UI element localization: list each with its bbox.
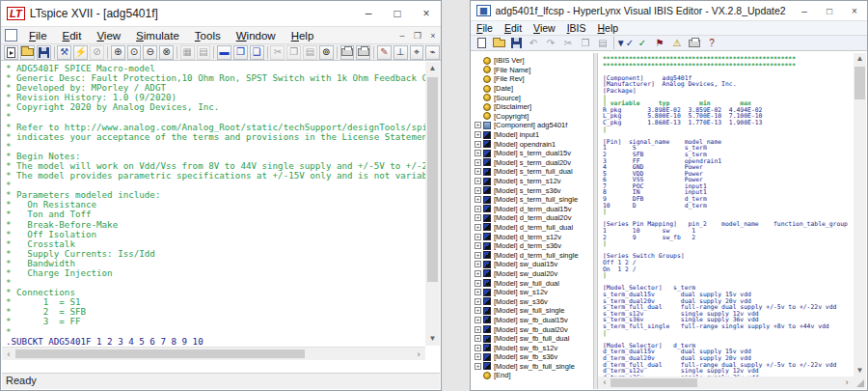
scroll-right-icon[interactable]: › — [840, 377, 854, 389]
toolbar-button[interactable]: ✓ — [635, 36, 650, 50]
ibis-titlebar[interactable]: ▦ adg5401f_lfcsp - HyperLynx Visual IBIS… — [471, 1, 867, 20]
toolbar-button[interactable]: ▼✓ — [617, 36, 633, 50]
tree-expander-icon[interactable]: + — [475, 122, 481, 128]
toolbar-button[interactable]: ✎ — [377, 45, 392, 60]
toolbar-button[interactable]: ? — [704, 36, 719, 50]
scroll-left-icon[interactable]: ‹ — [2, 348, 15, 361]
toolbar-button[interactable]: ⊗ — [159, 45, 174, 60]
ibis-document[interactable]: ****************************************… — [598, 53, 854, 377]
tree-item[interactable]: + [Disclaimer] — [475, 102, 593, 112]
toolbar-button[interactable] — [356, 45, 370, 60]
toolbar-button[interactable]: ▦ — [180, 45, 195, 60]
toolbar-button[interactable]: ✂ — [270, 45, 285, 60]
tree-expander-icon[interactable]: + — [475, 261, 481, 267]
menu-item[interactable]: Window — [229, 30, 284, 42]
mdi-minimize-button[interactable]: – — [394, 31, 410, 41]
scrollbar-thumb[interactable] — [15, 349, 305, 358]
toolbar-button[interactable]: ⌖ — [410, 45, 424, 60]
tree-expander-icon[interactable]: + — [475, 234, 481, 240]
tree-item[interactable]: + [Model] sw_fb_dual20v — [475, 324, 593, 334]
tree-item[interactable]: + [Model] s_term_full_single — [475, 195, 593, 205]
menu-item[interactable]: IBIS — [561, 22, 592, 34]
toolbar-button[interactable] — [474, 36, 489, 50]
tree-item[interactable]: + [Model] sw_fb_full_dual — [475, 334, 593, 344]
tree-item[interactable]: + [Model] sw_dual20v — [475, 269, 593, 279]
tree-expander-icon[interactable]: + — [475, 363, 481, 370]
tree-expander-icon[interactable]: + — [475, 224, 481, 231]
tree-expander-icon[interactable]: + — [475, 141, 481, 148]
scroll-left-icon[interactable]: ‹ — [598, 377, 611, 389]
tree-expander-icon[interactable]: + — [475, 168, 481, 175]
menu-item[interactable]: Edit — [55, 30, 90, 42]
tree-expander-icon[interactable]: + — [475, 317, 481, 323]
toolbar-button[interactable]: ⚠ — [669, 36, 685, 50]
tree-expander-icon[interactable]: + — [475, 298, 481, 305]
toolbar-button[interactable] — [687, 36, 702, 50]
tree-item[interactable]: + [Model] sw_full_dual — [475, 278, 593, 288]
toolbar-button[interactable]: ⊕ — [111, 45, 125, 60]
tree-item[interactable]: + [Model] s_term_s36v — [475, 185, 593, 195]
toolbar-button[interactable]: ⚒ — [57, 45, 71, 60]
tree-item[interactable]: + [Model] opendrain1 — [475, 139, 593, 149]
tree-item[interactable]: + [Model] d_term_s36v — [475, 241, 593, 251]
toolbar-button[interactable]: ✂ — [560, 36, 576, 50]
tree-item[interactable]: + [Model] sw_fb_s36v — [475, 352, 593, 362]
close-button[interactable]: × — [842, 1, 867, 20]
toolbar-button[interactable] — [508, 36, 524, 50]
tree-item[interactable]: + [Date] — [475, 84, 593, 94]
toolbar-button[interactable]: ↶ — [526, 36, 541, 50]
tree-expander-icon[interactable]: + — [475, 242, 481, 249]
toolbar-button[interactable] — [491, 36, 506, 50]
tree-expander-icon[interactable]: + — [475, 289, 481, 295]
scroll-up-icon[interactable]: ▲ — [425, 62, 440, 75]
tree-expander-icon[interactable]: + — [475, 187, 481, 194]
tree-item[interactable]: + [Model] d_term_s12v — [475, 232, 593, 241]
toolbar-button[interactable]: ⊚ — [319, 45, 334, 60]
tree-item[interactable]: + [Model] d_term_dual15v — [475, 205, 593, 214]
menu-item[interactable]: Help — [592, 22, 625, 34]
tree-item[interactable]: + [File Rev] — [475, 74, 593, 84]
tree-item[interactable]: + [Model] d_term_full_single — [475, 250, 593, 260]
tree-item[interactable]: + [End] — [475, 371, 593, 380]
scrollbar-thumb[interactable] — [427, 77, 438, 282]
toolbar-button[interactable]: ▤ — [197, 45, 211, 60]
toolbar-button[interactable]: ⚡ — [73, 45, 88, 60]
toolbar-button[interactable] — [4, 45, 18, 60]
mdi-restore-button[interactable]: ❐ — [410, 31, 425, 41]
tree-item[interactable]: + [Model] input1 — [475, 130, 593, 140]
ibis-tree-panel[interactable]: + [IBIS Ver] + [File Name] + [File Rev] … — [472, 53, 593, 389]
tree-item[interactable]: + [IBIS Ver] — [475, 56, 593, 66]
tree-item[interactable]: + [Source] — [475, 93, 593, 102]
toolbar-button[interactable] — [340, 45, 355, 60]
ltspice-titlebar[interactable]: LT LTspice XVII - [adg5401f] – □ × — [1, 1, 441, 26]
maximize-button[interactable]: □ — [817, 1, 842, 20]
tree-expander-icon[interactable]: + — [475, 159, 481, 166]
tree-expander-icon[interactable]: + — [475, 196, 481, 203]
netlist-editor[interactable]: * ADG5401F SPICE Macro-model* Generic De… — [2, 62, 425, 346]
toolbar-button[interactable]: ❐ — [578, 36, 593, 50]
menu-item[interactable]: Simulate — [128, 30, 187, 42]
tree-item[interactable]: + [Model] sw_dual15v — [475, 260, 593, 269]
toolbar-button[interactable]: ⊙ — [127, 45, 142, 60]
tree-item[interactable]: + [Model] s_term_dual20v — [475, 158, 593, 168]
scroll-down-icon[interactable]: ▼ — [854, 365, 866, 377]
scrollbar-thumb[interactable] — [610, 378, 697, 387]
scrollbar-thumb[interactable] — [854, 67, 865, 99]
tree-item[interactable]: + [Model] s_term_full_dual — [475, 167, 593, 177]
tree-item[interactable]: + [Model] s_term_dual15v — [475, 149, 593, 158]
document-vertical-scrollbar[interactable]: ▲ ▼ — [854, 53, 866, 377]
tree-item[interactable]: + [Model] s_term_s12v — [475, 177, 593, 186]
toolbar-button[interactable]: ⊘ — [90, 45, 104, 60]
toolbar-button[interactable]: ❑ — [250, 45, 264, 60]
tree-item[interactable]: + [Model] sw_full_single — [475, 306, 593, 316]
tree-expander-icon[interactable]: + — [475, 353, 481, 360]
toolbar-button[interactable]: ❐ — [286, 45, 301, 60]
scroll-down-icon[interactable]: ▼ — [425, 332, 440, 346]
tree-expander-icon[interactable]: + — [475, 252, 481, 259]
tree-expander-icon[interactable]: + — [475, 280, 481, 287]
minimize-button[interactable]: – — [354, 1, 383, 26]
tree-expander-icon[interactable]: + — [475, 206, 481, 212]
tree-expander-icon[interactable]: + — [475, 326, 481, 333]
tree-item[interactable]: + [Model] d_term_full_dual — [475, 223, 593, 233]
tree-expander-icon[interactable]: + — [475, 335, 481, 342]
